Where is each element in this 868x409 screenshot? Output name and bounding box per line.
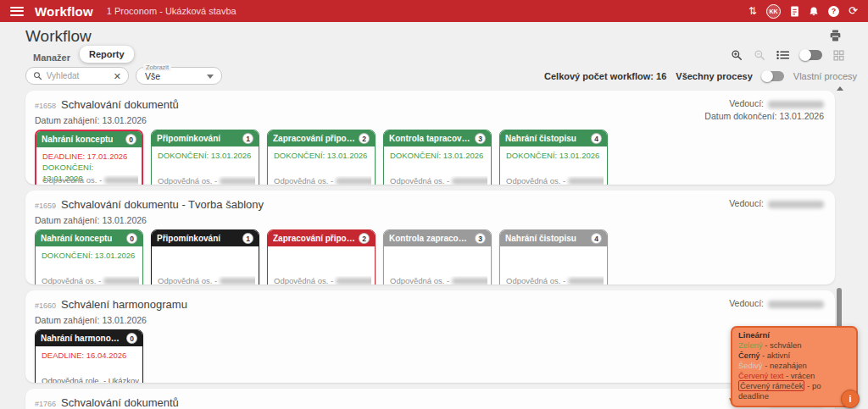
stage-card[interactable]: Nahrání harmonogramu0DEADLINE: 16.04.202… [35,329,143,383]
workflow-headline: #1659Schvalování dokumentu - Tvorba šabl… [35,196,826,212]
stage-status-lines [500,246,607,253]
grid-view-icon[interactable] [833,50,844,61]
blurred-name [103,278,139,285]
search-box[interactable]: ✕ [25,67,129,85]
stage-order-badge: 3 [475,133,486,144]
scroll-up-arrow-icon[interactable] [837,86,843,91]
stage-header: Připomínkování1 [152,130,259,146]
legend-item-label: Šedivý [738,361,763,370]
stage-card[interactable]: Zapracování připomínek2DOKONČENÍ: 13.01.… [267,130,376,185]
stage-card[interactable]: Připomínkování1DOKONČENÍ: 13.01.2026Odpo… [151,130,259,185]
stage-header: Připomínkování1 [152,230,259,246]
workflow-count-label: Celkový počet workflow: 16 [544,71,666,81]
stage-order-badge: 0 [126,333,137,344]
stage-order-badge: 2 [359,233,370,244]
stage-card[interactable]: Nahrání čistopisu4DOKONČENÍ: 13.01.2026O… [499,130,608,185]
stage-name: Připomínkování [157,234,220,243]
show-filter-value: Vše [145,71,160,81]
stage-card[interactable]: Nahrání čistopisu4Odpovědná os. - [499,229,608,285]
stage-status-line: DOKONČENÍ: 13.01.2026 [42,250,136,261]
zoom-in-icon[interactable] [731,49,743,61]
hamburger-menu-icon[interactable] [10,7,24,16]
stage-card[interactable]: Kontrola zapracování3Odpovědná os. - [383,229,492,285]
blurred-name [768,201,824,208]
app-topbar: Workflow 1 Proconom - Ukázková stavba ⇅ … [0,0,868,22]
workflow-title: Schvalování dokumentů [61,98,179,111]
workflow-title: Schvalování dokumentu - Tvorba šablony [61,198,264,211]
workflow-meta-right: Vedoucí:Datum dokončení: 13.01.2026 [704,97,824,123]
processes-toggle-knob[interactable] [761,70,773,82]
stage-header: Nahrání harmonogramu0 [36,330,142,346]
chevron-down-icon [207,75,214,79]
blurred-name [452,278,487,285]
legend-item: Zelený - schválen [738,340,850,351]
workflow-lead-label: Vedoucí: [729,98,764,108]
stage-footer-label: Odpovědná os. - [274,276,333,285]
search-input[interactable] [47,71,109,80]
stage-status-line: DOKONČENÍ: 13.01.2026 [506,150,601,161]
view-tabs: Manažer Reporty [24,49,134,66]
info-fab-button[interactable]: i [841,390,860,408]
print-button[interactable] [829,30,842,45]
workflow-row: #1660Schválení harmonogramuVedoucí:Datum… [25,290,835,383]
legend-title: Lineární [738,330,850,340]
stage-card[interactable]: Nahrání konceptu0DOKONČENÍ: 13.01.2026Od… [35,229,143,285]
blurred-name [336,278,371,285]
stage-footer: Odpovědná os. - [390,176,487,185]
stage-list: Nahrání konceptu0DEADLINE: 17.01.2026DOK… [35,130,826,185]
legend-item-label: Černý [738,351,760,360]
restore-icon[interactable]: ⟳ [849,6,858,16]
stage-order-badge: 0 [125,134,136,145]
stage-order-badge: 1 [242,233,253,244]
help-icon[interactable]: ? [828,6,839,17]
workflow-headline: #1660Schválení harmonogramu [35,296,826,312]
processes-toggle[interactable] [762,71,784,81]
stage-card[interactable]: Připomínkování1Odpovědná os. - [151,229,259,285]
list-view-icon[interactable] [776,50,789,60]
workflow-id: #1659 [35,202,56,210]
workflow-id: #1658 [35,102,56,110]
stage-card[interactable]: Zapracování připomínek2Odpovědná os. - [267,229,376,285]
user-avatar[interactable]: KK [766,4,781,19]
show-filter-select[interactable]: Zobrazit Vše [136,67,222,85]
stage-list: Nahrání harmonogramu0DEADLINE: 16.04.202… [35,329,826,383]
stage-status-line: DEADLINE: 17.01.2026 [42,151,136,162]
workflow-headline: #1766Schvalování dokumentů [35,395,826,409]
blurred-name [220,278,255,285]
stage-name: Nahrání čistopisu [505,234,576,243]
stage-name: Nahrání konceptu [41,234,112,243]
blurred-name [336,178,371,185]
stage-footer: Odpovědná os. - [274,276,371,285]
stage-footer-label: Odpovědná os. - [158,176,217,185]
clear-search-icon[interactable]: ✕ [114,72,121,80]
stage-card[interactable]: Kontrola tapracování3DOKONČENÍ: 13.01.20… [383,130,492,185]
view-toggle-knob[interactable] [799,49,811,61]
stage-footer: Odpovědná os. - [506,176,604,185]
stage-status-lines: DOKONČENÍ: 13.01.2026 [500,146,607,164]
view-toggle[interactable] [800,50,822,60]
legend-items: Zelený - schválenČerný - aktivníŠedivý -… [738,340,850,401]
stage-status-lines [152,246,259,253]
project-breadcrumb[interactable]: 1 Proconom - Ukázková stavba [107,6,236,16]
workflow-row: #1659Schvalování dokumentu - Tvorba šabl… [25,191,835,285]
workflow-meta-right: Vedoucí: [729,297,824,310]
stage-card[interactable]: Nahrání konceptu0DEADLINE: 17.01.2026DOK… [35,130,143,185]
notifications-bell-icon[interactable] [809,6,819,17]
legend-item-desc: - nezahájen [763,361,807,370]
document-icon[interactable] [790,6,799,17]
stage-footer-label: Odpovědná os. - [390,176,449,185]
stage-order-badge: 4 [591,133,602,144]
tab-reporty[interactable]: Reporty [80,46,134,63]
stage-name: Nahrání konceptu [42,135,113,144]
tab-manazer[interactable]: Manažer [24,49,80,66]
show-filter-label: Zobrazit [143,64,171,71]
stage-status-lines [384,246,491,253]
workflow-start-date: Datum zahájení: 13.01.2026 [35,315,826,325]
zoom-out-icon[interactable] [754,49,765,61]
stage-status-lines: DEADLINE: 16.04.2026 [36,346,142,364]
stage-header: Nahrání konceptu0 [36,131,142,147]
legend-item: Šedivý - nezahájen [738,361,850,371]
workflow-lead-label: Vedoucí: [729,198,764,208]
blurred-name [768,301,824,308]
sort-arrows-icon[interactable]: ⇅ [748,6,757,16]
